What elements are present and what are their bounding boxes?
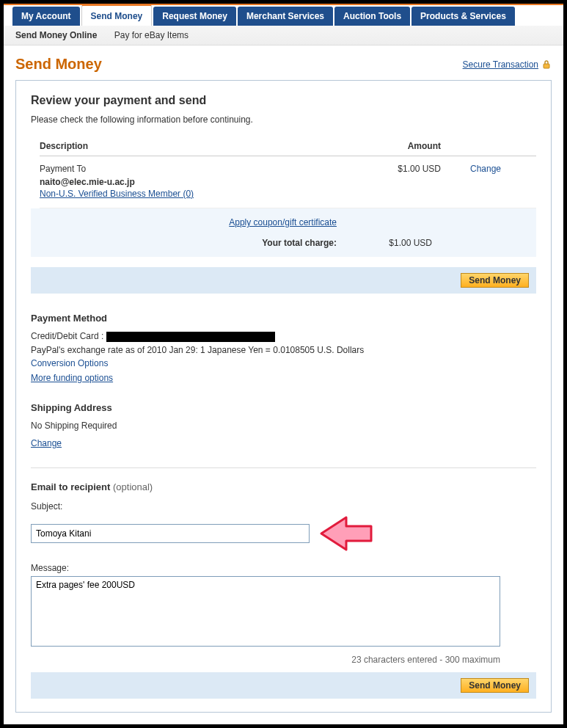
card-number-redacted bbox=[106, 332, 275, 342]
divider bbox=[31, 467, 536, 468]
payment-method-heading: Payment Method bbox=[31, 313, 536, 324]
more-funding-link[interactable]: More funding options bbox=[31, 373, 113, 383]
message-label: Message: bbox=[31, 563, 536, 573]
char-count: 23 characters entered - 300 maximum bbox=[31, 655, 500, 665]
tab-request-money[interactable]: Request Money bbox=[153, 7, 236, 26]
conversion-options-link[interactable]: Conversion Options bbox=[31, 358, 108, 368]
subtab-send-money-online[interactable]: Send Money Online bbox=[15, 30, 97, 40]
summary-header: Description Amount bbox=[40, 138, 536, 156]
subject-label: Subject: bbox=[31, 501, 536, 512]
payment-to-email: naito@elec.mie-u.ac.jp bbox=[40, 177, 345, 187]
tab-my-account[interactable]: My Account bbox=[12, 7, 80, 26]
review-panel: Review your payment and send Please chec… bbox=[15, 80, 552, 713]
totals-box: Apply coupon/gift certificate Your total… bbox=[31, 208, 536, 257]
secure-transaction-label: Secure Transaction bbox=[463, 59, 538, 70]
apply-coupon-link[interactable]: Apply coupon/gift certificate bbox=[229, 217, 337, 228]
subtab-pay-ebay[interactable]: Pay for eBay Items bbox=[114, 30, 189, 40]
col-amount: Amount bbox=[345, 141, 448, 151]
total-charge-amount: $1.00 USD bbox=[337, 238, 439, 248]
subject-input[interactable] bbox=[31, 524, 310, 543]
lock-icon bbox=[541, 59, 552, 70]
send-money-button-top[interactable]: Send Money bbox=[461, 273, 529, 288]
secure-transaction-link[interactable]: Secure Transaction bbox=[463, 59, 552, 70]
action-bar-bottom: Send Money bbox=[31, 672, 536, 699]
email-heading-bold: Email to recipient bbox=[31, 481, 110, 492]
shipping-heading: Shipping Address bbox=[31, 402, 536, 413]
tab-send-money[interactable]: Send Money bbox=[81, 4, 153, 26]
change-payment-link[interactable]: Change bbox=[448, 164, 501, 174]
change-shipping-link[interactable]: Change bbox=[31, 438, 62, 448]
card-line: Credit/Debit Card : bbox=[31, 331, 536, 342]
email-heading-optional: (optional) bbox=[110, 481, 153, 492]
review-note: Please check the following information b… bbox=[31, 114, 536, 125]
tab-merchant-services[interactable]: Merchant Services bbox=[238, 7, 333, 26]
payment-amount: $1.00 USD bbox=[345, 164, 448, 174]
action-bar-top: Send Money bbox=[31, 267, 536, 294]
review-heading: Review your payment and send bbox=[31, 94, 536, 107]
annotation-arrow-icon bbox=[318, 514, 377, 553]
total-charge-label: Your total charge: bbox=[262, 238, 337, 248]
summary-row: Payment To naito@elec.mie-u.ac.jp Non-U.… bbox=[40, 156, 536, 208]
page-title: Send Money bbox=[15, 56, 102, 73]
shipping-text: No Shipping Required bbox=[31, 421, 536, 431]
sub-tabs: Send Money Online Pay for eBay Items bbox=[4, 26, 563, 46]
exchange-rate-text: PayPal's exchange rate as of 2010 Jan 29… bbox=[31, 345, 536, 355]
send-money-button-bottom[interactable]: Send Money bbox=[461, 678, 529, 693]
verified-member-link[interactable]: Non-U.S. Verified Business Member (0) bbox=[40, 189, 194, 199]
tab-products-services[interactable]: Products & Services bbox=[411, 7, 515, 26]
main-tabs: My Account Send Money Request Money Merc… bbox=[4, 4, 563, 26]
payment-to-label: Payment To bbox=[40, 164, 345, 174]
email-heading: Email to recipient (optional) bbox=[31, 481, 536, 492]
card-label: Credit/Debit Card : bbox=[31, 331, 103, 341]
tab-auction-tools[interactable]: Auction Tools bbox=[334, 7, 410, 26]
message-input[interactable] bbox=[31, 576, 500, 647]
svg-rect-0 bbox=[544, 64, 549, 68]
col-description: Description bbox=[40, 141, 345, 151]
